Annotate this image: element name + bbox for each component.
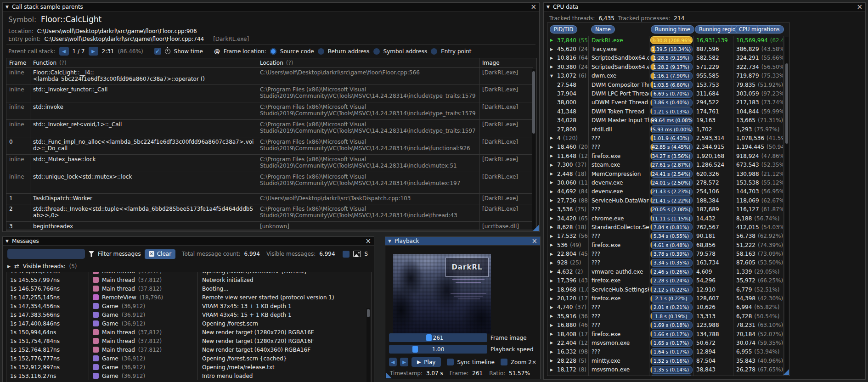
table-row[interactable]: ▶28,228 (5) mintty.exe 1.52 s (0.16%) 87…	[547, 356, 786, 365]
expand-icon[interactable]: ▶	[550, 279, 555, 283]
col-name[interactable]: Name	[591, 25, 615, 34]
table-row[interactable]: ▶11,648 (120) firefox.exe 34.27 s (3.56%…	[547, 152, 786, 160]
next-frame-button[interactable]: ▶	[400, 358, 408, 366]
table-row[interactable]: 1TaskDispatch::WorkerC:\Users\wolf\Deskt…	[6, 194, 533, 204]
message-row[interactable]: 1s 145,557,997ns Main thread (37,812) Ne…	[6, 275, 371, 284]
table-row[interactable]: 2std::thread::_Invoke<std::tuple<<lambda…	[6, 204, 533, 222]
sync-timeline-checkbox[interactable]	[447, 359, 454, 365]
radio-symbol-address[interactable]	[373, 48, 380, 55]
show-time-checkbox[interactable]: ✓	[154, 48, 161, 55]
table-row[interactable]: ▶22,404 (12) msvsmon.exe 1.65 s (0.17%) …	[547, 338, 786, 347]
radio-return-address[interactable]	[318, 48, 324, 55]
table-row[interactable]: 3beginthreadex[unknown][ucrtbase.dll]	[6, 222, 533, 230]
table-row[interactable]: ▶34,420 (65) chrome.exe 11.11 s (1.15%) …	[547, 214, 786, 223]
collapse-icon[interactable]: ▼	[388, 239, 391, 243]
expand-icon[interactable]: ▶	[550, 341, 555, 345]
table-row[interactable]: 34,028 DWM Master Input Thread 799.64 ms…	[547, 116, 786, 125]
table-row[interactable]: inlinestd::_Invoker_functor::_CallC:\Pro…	[6, 85, 533, 102]
expand-icon[interactable]: ▶	[550, 243, 555, 247]
expand-icon[interactable]: ▶	[550, 314, 555, 318]
table-row[interactable]: ▶18,408 (17) firefox.exe 1.66 s (0.17%) …	[547, 330, 786, 338]
clear-button[interactable]: × Clear	[145, 249, 175, 259]
close-icon[interactable]: ×	[365, 238, 371, 245]
table-row[interactable]: ▶4,632 (2) vmware-authd.exe 2.46 s (0.26…	[547, 267, 786, 276]
callstack-scrollbar[interactable]	[532, 69, 535, 230]
message-row[interactable]: 1s 147,383,566ns Game (36,912) VRAM 43x4…	[6, 310, 371, 319]
message-row[interactable]: 1s 152,912,997ns Game (36,912) Opening /…	[6, 363, 371, 371]
table-row[interactable]: ▶4,740 (37) ??? 2.01 s (0.21%) 10,626 6,…	[547, 303, 786, 312]
show-images-checkbox[interactable]	[343, 251, 349, 258]
table-row[interactable]: ▶30,380 (24) ScriptedSandbox64.exe 1:28.…	[547, 62, 786, 71]
table-row[interactable]: ▶928 (25) ??? 3.34 s (0.35%) 163,734 87,…	[547, 258, 786, 267]
expand-icon[interactable]: ▶	[550, 252, 555, 256]
expand-icon[interactable]: ▶	[550, 136, 555, 140]
expand-icon[interactable]: ▶	[550, 65, 555, 69]
col-cpu-migrations[interactable]: CPU migrations	[735, 25, 784, 34]
message-row[interactable]: 1s 120,335,272ns Main thread (37,812) Op…	[6, 272, 371, 275]
table-row[interactable]: ▶17,396 (43) firefox.exe 2.28 s (0.24%) …	[547, 276, 786, 285]
message-row[interactable]: 1s 146,576,766ns Main thread (37,812) Bo…	[6, 284, 371, 293]
table-row[interactable]: ▶18,172 (8) msvsmon.exe 1.35 s (0.14%) 3…	[547, 365, 786, 374]
radio-entry-point[interactable]	[431, 48, 437, 55]
table-row[interactable]: ▶18,460 (20) ??? 42.85 s (4.45%) 2,344,9…	[547, 143, 786, 152]
col-function[interactable]: Function(?)	[30, 58, 257, 67]
radio-source-code[interactable]	[270, 48, 276, 55]
expand-icon[interactable]: ▶	[550, 163, 555, 167]
expand-icon[interactable]: ▶	[550, 350, 555, 354]
table-row[interactable]: ▶3,536 (75) ??? 20.05 s (2.08%) 187,689 …	[547, 205, 786, 213]
table-row[interactable]: inlinestd::_Invoker_ret<void,1>::_CallC:…	[6, 120, 533, 137]
expand-icon[interactable]: ▶	[550, 190, 555, 194]
prev-frame-button[interactable]: ◀	[389, 358, 397, 366]
table-row[interactable]: ▶45,620 (24) Tracy.exe 1:39.5 (10.34%) 8…	[547, 45, 786, 53]
expand-icon[interactable]: ▶	[550, 47, 555, 51]
table-row[interactable]: ▶35,916 (36) ??? 1.8 s (0.19%) 13,313 6,…	[547, 312, 786, 320]
table-row[interactable]: ▶10,816 (64) ScriptedSandbox64.exe 1:28.…	[547, 54, 786, 62]
col-running-time[interactable]: Running time	[651, 25, 694, 34]
table-row[interactable]: ▼13,072 (6) dwm.exe 1:16.1 (7.90%) 955,5…	[547, 72, 786, 80]
table-row[interactable]: ▶2,448 (18) MemCompression 24.41 s (2.54…	[547, 169, 786, 178]
next-stack-button[interactable]: ▶	[89, 47, 98, 56]
expand-icon[interactable]: ▶	[550, 297, 555, 301]
table-row[interactable]: ▶16,332 (982) ??? 1.64 s (0.17%) 12,894 …	[547, 348, 786, 356]
table-row[interactable]: ▶22,804 (45) ??? 3.78 s (0.39%) 79,578 5…	[547, 249, 786, 258]
table-row[interactable]: ▶30,060 (116) devenv.exe 24.01 s (2.50%)…	[547, 178, 786, 187]
message-row[interactable]: 1s 153,116,27ns Game (36,912) Intro menu…	[6, 371, 371, 380]
expand-icon[interactable]: ▶	[550, 287, 555, 292]
expand-icon[interactable]: ▶	[550, 56, 555, 60]
messages-scrollbar[interactable]	[366, 308, 370, 382]
expand-icon[interactable]: ▶	[550, 270, 555, 274]
table-row[interactable]: inlineFloor::CalcLight::__l4::<lambda_5b…	[6, 68, 533, 85]
frame-image-slider[interactable]: 261	[389, 333, 487, 342]
table-row[interactable]: 27,800 ntdll.dll 25.93 ms (0.00%) 1,702 …	[547, 125, 786, 134]
table-row[interactable]: 38,000 uDWM Event Thread 3.86 s (0.40%) …	[547, 98, 786, 107]
table-row[interactable]: ▶	[547, 374, 786, 376]
expand-icon[interactable]: ▶	[550, 216, 555, 220]
close-icon[interactable]: ×	[530, 4, 536, 11]
prev-stack-button[interactable]: ◀	[59, 47, 69, 56]
scrollbar-thumb[interactable]	[367, 309, 370, 317]
expand-icon[interactable]: ▶	[550, 368, 555, 372]
expand-icon[interactable]: ▶	[550, 154, 555, 158]
table-row[interactable]: 0std::_Func_impl_no_alloc<<lambda_5bc224…	[6, 137, 533, 155]
zoom-2x-checkbox[interactable]	[501, 359, 507, 365]
cpu-scrollbar[interactable]	[785, 37, 789, 375]
message-row[interactable]: 1s 152,764,817ns Main thread (37,812) Ne…	[6, 345, 371, 354]
expand-icon[interactable]: ▶	[550, 234, 555, 238]
message-row[interactable]: 1s 147,255,145ns RemoteView (18,796) Rem…	[6, 293, 371, 302]
visible-threads-row[interactable]: ▶ ⇄ Visible threads: (5)	[7, 263, 77, 270]
expand-icon[interactable]: ▶	[550, 332, 555, 336]
resize-grip[interactable]	[783, 369, 789, 375]
table-row[interactable]: ▶8,628 (18) StandardCollector.Service.ex…	[547, 223, 786, 231]
expand-icon[interactable]: ▼	[550, 74, 555, 78]
slider-grab[interactable]	[412, 346, 418, 353]
message-row[interactable]: 1s 151,754,784ns Main thread (37,812) Ne…	[6, 337, 371, 345]
table-row[interactable]: ▶44,692 (84) devenv.exe 21.43 s (2.23%) …	[547, 187, 786, 196]
message-row[interactable]: 1s 152,776,777ns Game (36,912) Opening /…	[6, 354, 371, 363]
table-row[interactable]: inlinestd::_Mutex_base::lockC:\Program F…	[6, 155, 533, 172]
table-row[interactable]: ▶18,968 (1,018) ServiceHub.SettingsHost.…	[547, 285, 786, 294]
table-row[interactable]: ▶7,300 (37) steam.exe 27.61 s (2.87%) 1,…	[547, 160, 786, 169]
expand-icon[interactable]: ▶	[550, 359, 555, 363]
table-row[interactable]: 41,348 DWM Token Thread 1.21 s (0.13%) 1…	[547, 107, 786, 116]
playback-speed-slider[interactable]: 1.00	[389, 345, 487, 354]
col-image[interactable]: Image	[479, 58, 533, 67]
